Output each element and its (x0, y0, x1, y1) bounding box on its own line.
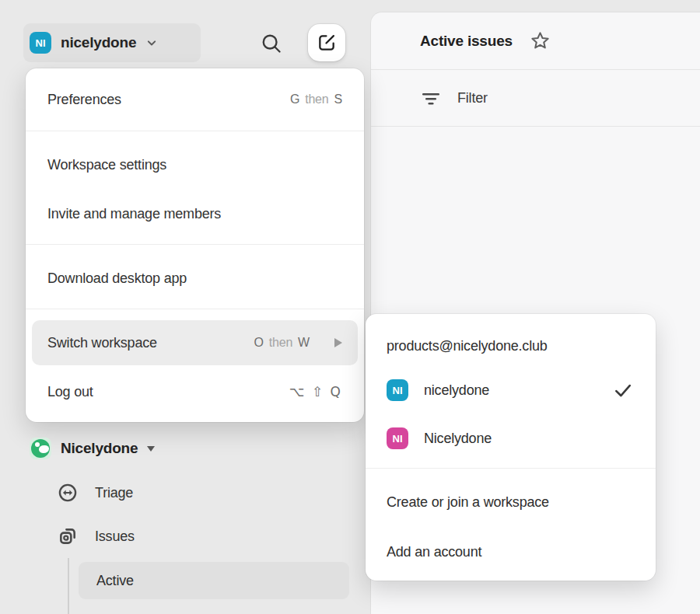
workspace-emoji-avatar (30, 438, 51, 459)
new-issue-button[interactable] (308, 24, 345, 61)
menu-item-label: Add an account (387, 544, 481, 560)
menu-item-create-join-workspace[interactable]: Create or join a workspace (366, 483, 656, 521)
star-icon (530, 30, 551, 51)
menu-item-workspace-settings[interactable]: Workspace settings (26, 146, 364, 183)
account-menu: Preferences G then S Workspace settings … (26, 68, 364, 422)
issues-icon (58, 526, 78, 546)
menu-item-label: Invite and manage members (47, 206, 221, 222)
workspace-option-nicelydone-2[interactable]: NI Nicelydone (366, 418, 656, 459)
search-icon (260, 32, 283, 55)
menu-item-label: Switch workspace (47, 335, 157, 351)
sidebar-item-label: Issues (95, 529, 135, 545)
workspace-switcher-button[interactable]: NI nicelydone (23, 23, 201, 62)
workspace-name: nicelydone (61, 34, 136, 51)
menu-divider (26, 309, 364, 309)
menu-item-logout[interactable]: Log out ⌥ ⇧ Q (26, 373, 364, 410)
filter-button-label[interactable]: Filter (457, 90, 488, 106)
page-header: Active issues (371, 12, 700, 70)
menu-item-label: Workspace settings (47, 157, 166, 173)
workspace-avatar-badge: NI (387, 427, 408, 449)
menu-divider (26, 131, 364, 131)
menu-item-label: Download desktop app (47, 270, 187, 287)
menu-item-label: Preferences (47, 92, 121, 108)
menu-item-invite-members[interactable]: Invite and manage members (26, 195, 364, 232)
check-icon (611, 380, 635, 400)
workspace-avatar-badge: NI (30, 32, 51, 54)
filter-icon[interactable] (420, 89, 442, 107)
filter-bar: Filter (371, 70, 700, 127)
menu-item-add-account[interactable]: Add an account (366, 533, 656, 570)
menu-divider (366, 468, 656, 469)
compose-icon (317, 33, 337, 53)
chevron-down-icon (144, 35, 159, 51)
sidebar-item-issues[interactable]: Issues (58, 526, 135, 546)
triage-icon (58, 483, 78, 503)
triangle-down-icon (147, 446, 155, 452)
page-title: Active issues (420, 33, 513, 50)
workspace-option-label: nicelydone (424, 382, 489, 399)
workspace-option-nicelydone[interactable]: NI nicelydone (366, 370, 656, 410)
workspace-avatar-badge: NI (387, 379, 408, 401)
sidebar-item-label: Active (96, 573, 134, 589)
shortcut-hint: O then W (254, 336, 310, 350)
menu-item-preferences[interactable]: Preferences G then S (26, 81, 364, 118)
sidebar-item-label: Triage (95, 485, 133, 501)
tree-indent-line (68, 558, 69, 614)
sidebar-item-active[interactable]: Active (79, 562, 349, 599)
menu-item-switch-workspace[interactable]: Switch workspace O then W (32, 320, 358, 365)
shortcut-hint: G then S (290, 92, 342, 106)
sidebar-item-triage[interactable]: Triage (58, 483, 133, 503)
shortcut-hint: ⌥ ⇧ Q (289, 384, 342, 399)
workspace-submenu: products@nicelydone.club NI nicelydone N… (366, 314, 656, 581)
account-email: products@nicelydone.club (366, 330, 656, 361)
menu-item-label: Create or join a workspace (387, 494, 549, 511)
menu-item-label: Log out (47, 384, 93, 400)
menu-item-download-app[interactable]: Download desktop app (26, 260, 364, 297)
search-button[interactable] (260, 32, 283, 55)
workspace-option-label: Nicelydone (424, 431, 492, 447)
sidebar-workspace-name: Nicelydone (61, 440, 138, 457)
favorite-button[interactable] (530, 30, 551, 51)
sidebar-workspace-row[interactable]: Nicelydone (30, 438, 155, 459)
menu-divider (26, 244, 364, 245)
submenu-arrow-icon (334, 338, 342, 347)
